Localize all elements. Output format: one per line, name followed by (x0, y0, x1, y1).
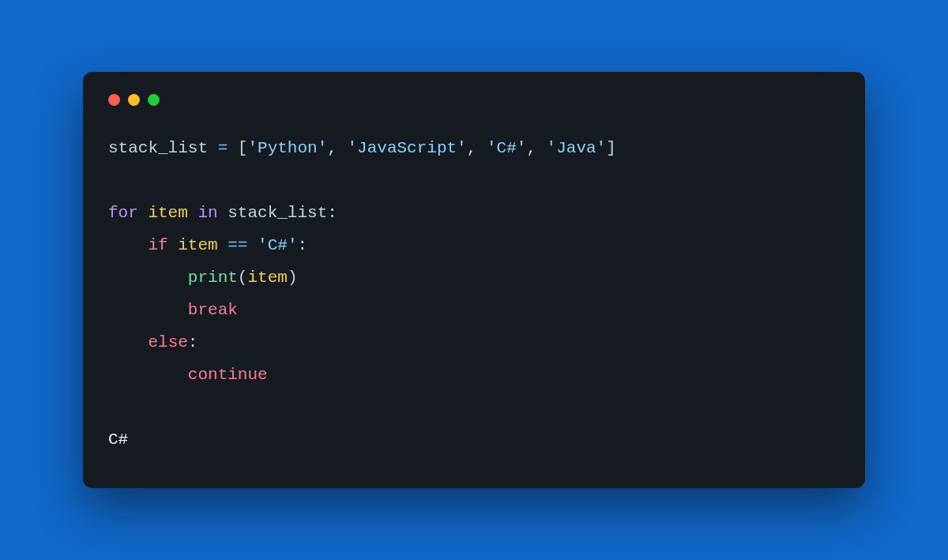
code-window: stack_list = ['Python', 'JavaScript', 'C… (83, 72, 865, 487)
code-token: for (108, 204, 138, 222)
code-token: stack_list (108, 139, 208, 157)
code-indent (108, 301, 188, 319)
code-token: ) (288, 269, 298, 287)
minimize-icon[interactable] (128, 94, 140, 106)
code-token: = (208, 139, 238, 157)
code-token: continue (188, 366, 268, 384)
code-token: : (327, 204, 337, 222)
code-token: else (148, 333, 187, 351)
code-token: 'Java' (547, 139, 607, 157)
code-token: item (168, 236, 228, 254)
code-token: ] (606, 139, 616, 157)
code-token: , (327, 139, 347, 157)
code-token: 'Python' (247, 139, 327, 157)
code-token: item (247, 269, 287, 287)
code-output: C# (108, 430, 128, 449)
code-token: [ (238, 139, 248, 157)
code-token: item (138, 204, 198, 222)
code-indent (108, 236, 148, 254)
code-token: print (188, 269, 238, 287)
code-token: 'C#' (258, 236, 297, 254)
code-token: if (148, 236, 167, 254)
code-token: : (188, 333, 198, 351)
code-indent (108, 333, 148, 351)
zoom-icon[interactable] (148, 94, 160, 106)
code-block: stack_list = ['Python', 'JavaScript', 'C… (108, 133, 840, 456)
window-titlebar (108, 94, 840, 106)
code-token: ( (238, 269, 248, 287)
code-token: break (188, 301, 238, 319)
close-icon[interactable] (108, 94, 120, 106)
code-token: , (467, 139, 487, 157)
code-token: stack_list (218, 204, 328, 222)
code-token: == (228, 236, 247, 254)
code-indent (108, 269, 188, 287)
code-token: 'C#' (487, 139, 526, 157)
code-token: 'JavaScript' (348, 139, 467, 157)
code-token: , (526, 139, 546, 157)
code-token: : (298, 236, 308, 254)
code-indent (108, 366, 188, 384)
code-token: in (198, 204, 217, 222)
code-token (247, 236, 258, 254)
